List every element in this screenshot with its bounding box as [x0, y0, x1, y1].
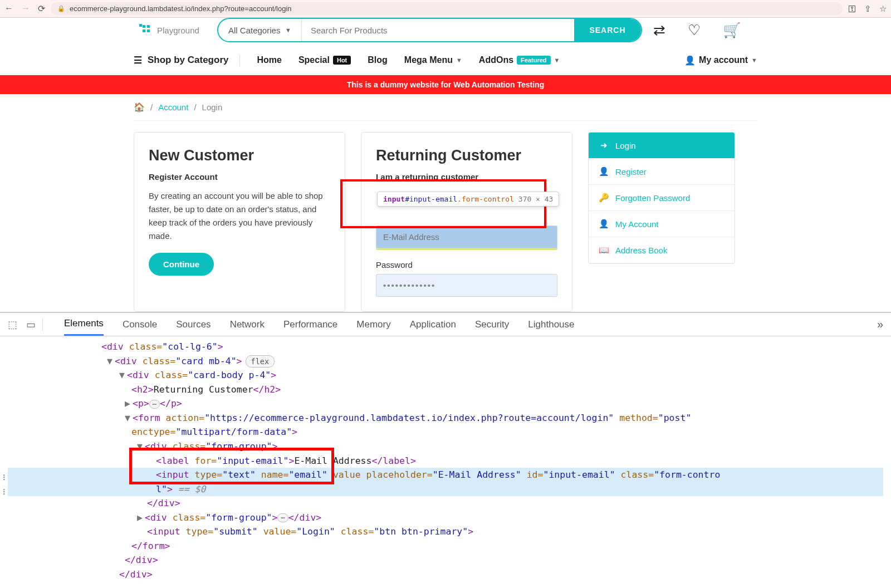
tab-lighthouse[interactable]: Lighthouse	[528, 314, 574, 335]
menu-icon: ☰	[134, 55, 142, 66]
tab-console[interactable]: Console	[123, 314, 157, 335]
returning-title: Returning Customer	[376, 147, 557, 164]
devtools-panel: ⬚ ▭ Elements Console Sources Network Per…	[0, 312, 891, 588]
chevron-down-icon: ▼	[285, 27, 291, 33]
selected-dom-node[interactable]: <input type="text" name="email" value pl…	[8, 468, 883, 482]
register-icon: 👤	[599, 166, 609, 177]
browser-toolbar: ← → ⟳ 🔒 ecommerce-playground.lambdatest.…	[0, 0, 891, 18]
search-button[interactable]: SEARCH	[574, 19, 641, 41]
nav-home[interactable]: Home	[257, 55, 281, 65]
chevron-down-icon: ▼	[456, 57, 462, 63]
breadcrumb-account[interactable]: Account	[158, 102, 188, 112]
wishlist-icon[interactable]: ♡	[688, 22, 701, 39]
tab-sources[interactable]: Sources	[176, 314, 210, 335]
nav-my-account[interactable]: 👤 My account ▼	[684, 55, 757, 66]
search-input[interactable]	[302, 19, 574, 41]
nav-addons[interactable]: AddOns Featured ▼	[479, 55, 560, 65]
new-customer-title: New Customer	[149, 147, 330, 164]
account-sidebar: ➜ Login 👤 Register 🔑 Forgotten Password …	[588, 132, 735, 264]
main-nav: ☰ Shop by Category Home Special Hot Blog…	[134, 46, 757, 75]
sidebar-item-address-book[interactable]: 📖 Address Book	[589, 237, 735, 263]
sidebar-item-forgotten-password[interactable]: 🔑 Forgotten Password	[589, 185, 735, 211]
book-icon: 📖	[599, 245, 609, 255]
sidebar-item-login[interactable]: ➜ Login	[589, 133, 735, 159]
forward-icon[interactable]: →	[21, 3, 30, 14]
cart-icon[interactable]: 🛒	[723, 22, 741, 39]
user-icon: 👤	[599, 219, 609, 229]
key-icon: 🔑	[599, 193, 609, 203]
tab-network[interactable]: Network	[230, 314, 265, 335]
device-icon[interactable]: ▭	[26, 318, 36, 331]
key-icon[interactable]: ⚿	[848, 4, 856, 14]
shop-by-category-button[interactable]: ☰ Shop by Category	[134, 55, 240, 66]
info-banner: This is a dummy website for Web Automati…	[0, 75, 891, 94]
tab-security[interactable]: Security	[475, 314, 509, 335]
share-icon[interactable]: ⇪	[864, 4, 872, 14]
dom-tree[interactable]: <div class="col-lg-6"> ▼<div class="card…	[0, 336, 891, 588]
nav-mega-menu[interactable]: Mega Menu ▼	[404, 55, 462, 65]
breadcrumb: 🏠 / Account / Login	[134, 94, 757, 121]
more-tabs-icon[interactable]: »	[877, 318, 883, 331]
returning-subtitle: I am a returning customer	[376, 172, 557, 182]
password-label: Password	[376, 260, 557, 270]
new-customer-subtitle: Register Account	[149, 172, 330, 182]
devtools-tabs: ⬚ ▭ Elements Console Sources Network Per…	[0, 313, 891, 336]
password-input[interactable]	[376, 274, 557, 297]
user-icon: 👤	[684, 55, 696, 66]
lock-icon: 🔒	[57, 5, 65, 12]
hot-badge: Hot	[333, 56, 351, 65]
nav-blog[interactable]: Blog	[368, 55, 388, 65]
reload-icon[interactable]: ⟳	[38, 3, 45, 14]
compare-icon[interactable]: ⇄	[653, 22, 665, 39]
featured-badge: Featured	[517, 56, 550, 65]
new-customer-text: By creating an account you will be able …	[149, 189, 330, 243]
returning-customer-card: Returning Customer I am a returning cust…	[361, 132, 572, 312]
email-input[interactable]	[376, 226, 557, 250]
star-icon[interactable]: ☆	[879, 4, 887, 14]
tab-application[interactable]: Application	[410, 314, 456, 335]
tab-elements[interactable]: Elements	[64, 313, 104, 336]
site-logo[interactable]: Playground	[134, 24, 217, 36]
new-customer-card: New Customer Register Account By creatin…	[134, 132, 345, 312]
breadcrumb-login: Login	[202, 102, 223, 112]
sidebar-item-register[interactable]: 👤 Register	[589, 159, 735, 185]
tab-performance[interactable]: Performance	[283, 314, 337, 335]
search-category-dropdown[interactable]: All Categories ▼	[218, 19, 302, 41]
inspector-tooltip: input#input-email.form-control370 × 43	[377, 192, 559, 207]
login-icon: ➜	[599, 140, 609, 150]
logo-icon	[139, 24, 154, 36]
nav-special[interactable]: Special Hot	[298, 55, 351, 65]
chevron-down-icon: ▼	[751, 57, 757, 63]
sidebar-item-my-account[interactable]: 👤 My Account	[589, 211, 735, 237]
chevron-down-icon: ▼	[554, 57, 560, 63]
home-icon[interactable]: 🏠	[134, 102, 145, 112]
search-bar: All Categories ▼ SEARCH	[217, 18, 642, 42]
address-bar[interactable]: 🔒 ecommerce-playground.lambdatest.io/ind…	[51, 2, 843, 15]
continue-button[interactable]: Continue	[149, 253, 214, 276]
tab-memory[interactable]: Memory	[356, 314, 390, 335]
inspect-icon[interactable]: ⬚	[8, 318, 17, 331]
url-text: ecommerce-playground.lambdatest.io/index…	[70, 4, 292, 13]
back-icon[interactable]: ←	[4, 3, 13, 14]
